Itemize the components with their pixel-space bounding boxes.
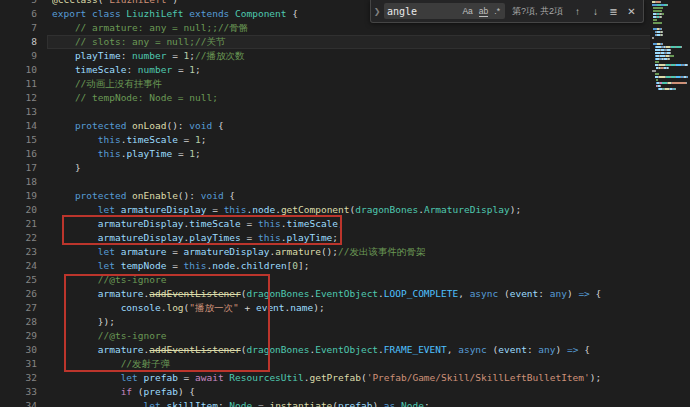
line-number: 9 <box>0 49 46 63</box>
whole-word-button[interactable]: ab <box>477 4 490 18</box>
line-number: 11 <box>0 77 46 91</box>
line-number: 16 <box>0 147 46 161</box>
code-line: let skillItem: Node = instantiate(prefab… <box>52 399 652 407</box>
gutter: 5678910111213141516171819202122232425262… <box>0 0 46 407</box>
code-editor: 5678910111213141516171819202122232425262… <box>0 0 690 407</box>
code-line: armature.addEventListener(dragonBones.Ev… <box>52 287 652 301</box>
find-widget: ❯ angle Aa ab .* 第?項, 共2項 ↑ ↓ ≣ ✕ <box>370 0 644 23</box>
line-number: 14 <box>0 119 46 133</box>
find-results-label: 第?項, 共2項 <box>512 5 563 18</box>
line-number: 30 <box>0 343 46 357</box>
previous-match-button[interactable]: ↑ <box>570 3 585 19</box>
line-number: 22 <box>0 231 46 245</box>
code-line: console.log("播放一次" + event.name); <box>52 301 652 315</box>
code-line: // tempNode: Node = null; <box>52 91 652 105</box>
code-line: }); <box>52 315 652 329</box>
code-line: timeScale: number = 1; <box>52 63 652 77</box>
next-match-button[interactable]: ↓ <box>588 3 603 19</box>
code-line: let armatureDisplay = this.node.getCompo… <box>52 203 652 217</box>
code-line: let tempNode = this.node.children[0]; <box>52 259 652 273</box>
line-number: 13 <box>0 105 46 119</box>
code-line: if (prefab) { <box>52 385 652 399</box>
line-number: 25 <box>0 273 46 287</box>
find-input[interactable]: angle Aa ab .* <box>384 3 505 19</box>
whole-word-icon: ab <box>479 6 488 17</box>
line-number: 17 <box>0 161 46 175</box>
line-number: 32 <box>0 371 46 385</box>
code-line: } <box>52 161 652 175</box>
code-line <box>52 175 652 189</box>
line-number: 24 <box>0 259 46 273</box>
toggle-replace-chevron-icon[interactable]: ❯ <box>373 7 381 16</box>
code-line: //@ts-ignore <box>52 273 652 287</box>
code-line: playTime: number = 1;//播放次数 <box>52 49 652 63</box>
line-number: 28 <box>0 315 46 329</box>
line-number: 29 <box>0 329 46 343</box>
close-find-button[interactable]: ✕ <box>624 3 639 19</box>
code-line: protected onEnable(): void { <box>52 189 652 203</box>
match-case-button[interactable]: Aa <box>460 4 474 18</box>
code-line: let prefab = await ResourcesUtil.getPref… <box>52 371 652 385</box>
line-number: 27 <box>0 301 46 315</box>
regex-button[interactable]: .* <box>492 4 502 18</box>
line-number: 5 <box>0 0 46 7</box>
code-line: protected onLoad(): void { <box>52 119 652 133</box>
close-icon: ✕ <box>627 6 635 17</box>
code-line: //发射子弹 <box>52 357 652 371</box>
line-number: 7 <box>0 21 46 35</box>
line-number: 20 <box>0 203 46 217</box>
code-line <box>52 105 652 119</box>
selection-icon: ≣ <box>609 6 617 17</box>
code-line: // armature: any = null;;//骨骼 <box>52 21 652 35</box>
line-number: 23 <box>0 245 46 259</box>
arrow-up-icon: ↑ <box>575 6 580 17</box>
find-query-text: angle <box>387 6 458 17</box>
line-number: 8 <box>0 35 46 49</box>
code-line: let armature = armatureDisplay.armature(… <box>52 245 652 259</box>
code-line: this.timeScale = 1; <box>52 133 652 147</box>
line-number: 33 <box>0 385 46 399</box>
line-number: 31 <box>0 357 46 371</box>
code-line: //@ts-ignore <box>52 329 652 343</box>
code-area[interactable]: @ccclass('LiuzhiLeft')export class Liuzh… <box>52 0 652 407</box>
line-number: 15 <box>0 133 46 147</box>
line-number: 10 <box>0 63 46 77</box>
code-line: // slots: any = null;//关节 <box>52 35 652 49</box>
line-number: 34 <box>0 399 46 407</box>
find-in-selection-button[interactable]: ≣ <box>606 3 621 19</box>
line-number: 26 <box>0 287 46 301</box>
code-line: armature.addEventListener(dragonBones.Ev… <box>52 343 652 357</box>
code-line: //动画上没有挂事件 <box>52 77 652 91</box>
code-line: this.playTime = 1; <box>52 147 652 161</box>
line-number: 21 <box>0 217 46 231</box>
code-line: armatureDisplay.playTimes = this.playTim… <box>52 231 652 245</box>
minimap[interactable] <box>650 0 690 407</box>
line-number: 6 <box>0 7 46 21</box>
arrow-down-icon: ↓ <box>593 6 598 17</box>
line-number: 18 <box>0 175 46 189</box>
code-line: armatureDisplay.timeScale = this.timeSca… <box>52 217 652 231</box>
line-number: 12 <box>0 91 46 105</box>
line-number: 19 <box>0 189 46 203</box>
